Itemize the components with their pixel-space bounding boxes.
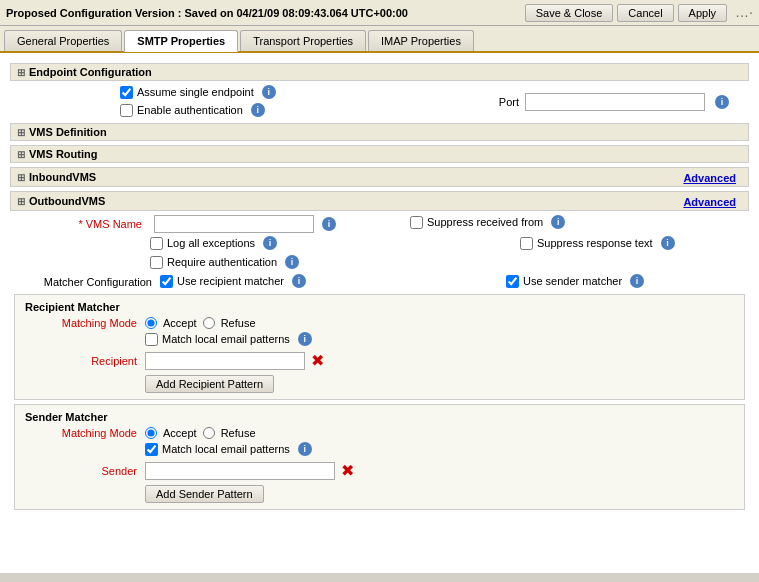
tab-imap[interactable]: IMAP Properties [368,30,474,51]
sender-value-label: Sender [35,465,145,477]
sender-match-local-checkbox[interactable] [145,443,158,456]
enable-auth-checkbox[interactable] [120,104,133,117]
require-auth-checkbox[interactable] [150,256,163,269]
assume-single-endpoint-label: Assume single endpoint [137,86,254,98]
inbound-expand-icon: ⊞ [17,172,25,183]
vms-routing-title: VMS Routing [29,148,97,160]
sender-accept-label: Accept [163,427,197,439]
sender-value-row: Sender *@another_trusted_domain.com ✖ [25,461,734,480]
matcher-config-row: Matcher Configuration Use recipient matc… [10,274,749,290]
top-bar-buttons: Save & Close Cancel Apply …· [525,4,753,22]
suppress-response-col: Suppress response text i [520,236,675,252]
use-recipient-matcher-checkbox[interactable] [160,275,173,288]
sender-refuse-label: Refuse [221,427,256,439]
main-content: ⊞ Endpoint Configuration Assume single e… [0,53,759,573]
suppress-received-checkbox[interactable] [410,216,423,229]
inbound-vms-container: ⊞ InboundVMS Advanced [10,167,749,187]
vms-routing-section: ⊞ VMS Routing [10,145,749,163]
recipient-accept-radio[interactable] [145,317,157,329]
sender-match-local-label: Match local email patterns [162,443,290,455]
recipient-refuse-label: Refuse [221,317,256,329]
recipient-radio-group: Accept Refuse [145,317,256,329]
log-require-left: Log all exceptions i Require authenticat… [150,236,520,271]
enable-auth-info-icon[interactable]: i [251,103,265,117]
save-close-button[interactable]: Save & Close [525,4,614,22]
log-exceptions-label: Log all exceptions [167,237,255,249]
endpoint-left: Assume single endpoint i Enable authenti… [20,85,276,119]
tab-bar: General Properties SMTP Properties Trans… [0,26,759,53]
config-version-label: Proposed Configuration Version : Saved o… [6,7,408,19]
expand-icon: ⊞ [17,67,25,78]
outbound-advanced-link[interactable]: Advanced [683,196,736,208]
tab-transport[interactable]: Transport Properties [240,30,366,51]
recipient-match-local-checkbox[interactable] [145,333,158,346]
sender-pattern-input[interactable]: *@another_trusted_domain.com [145,462,335,480]
require-auth-row: Require authentication i [150,255,520,269]
endpoint-row: Assume single endpoint i Enable authenti… [10,85,749,119]
suppress-response-checkbox[interactable] [520,237,533,250]
recipient-value-row: Recipient *@* ✖ [25,351,734,370]
sender-matching-mode-label: Matching Mode [35,427,145,439]
top-bar: Proposed Configuration Version : Saved o… [0,0,759,26]
recipient-match-local-label: Match local email patterns [162,333,290,345]
log-exceptions-info-icon[interactable]: i [263,236,277,250]
apply-button[interactable]: Apply [678,4,728,22]
recipient-matching-mode-row: Matching Mode Accept Refuse [25,317,734,329]
suppress-response-row: Suppress response text i [520,236,675,250]
assume-endpoint-info-icon[interactable]: i [262,85,276,99]
add-recipient-pattern-button[interactable]: Add Recipient Pattern [145,375,274,393]
endpoint-config-section: ⊞ Endpoint Configuration [10,63,749,81]
matcher-config-label: Matcher Configuration [20,276,160,288]
cancel-button[interactable]: Cancel [617,4,673,22]
recipient-pattern-input[interactable]: *@* [145,352,305,370]
port-input[interactable]: 25 [525,93,705,111]
use-recipient-info-icon[interactable]: i [292,274,306,288]
add-sender-pattern-button[interactable]: Add Sender Pattern [145,485,264,503]
use-recipient-matcher-label: Use recipient matcher [177,275,284,287]
use-sender-info-icon[interactable]: i [630,274,644,288]
inbound-vms-title: InboundVMS [29,171,96,183]
port-info-icon[interactable]: i [715,95,729,109]
enable-auth-label: Enable authentication [137,104,243,116]
vms-name-info-icon[interactable]: i [322,217,336,231]
recipient-delete-icon[interactable]: ✖ [311,351,324,370]
sender-radio-group: Accept Refuse [145,427,256,439]
matcher-checkboxes: Use recipient matcher i Use sender match… [160,274,644,290]
tab-general[interactable]: General Properties [4,30,122,51]
recipient-match-local-checkbox-row: Match local email patterns i [145,332,312,346]
sender-match-local-info-icon[interactable]: i [298,442,312,456]
vms-routing-expand-icon: ⊞ [17,149,25,160]
recipient-refuse-radio[interactable] [203,317,215,329]
recipient-match-local-row: Match local email patterns i [25,332,734,348]
log-require-row: Log all exceptions i Require authenticat… [10,236,749,271]
sender-refuse-radio[interactable] [203,427,215,439]
sender-matcher-box: Sender Matcher Matching Mode Accept Refu… [14,404,745,510]
outbound-expand-icon: ⊞ [17,196,25,207]
inbound-advanced-link[interactable]: Advanced [683,172,736,184]
vms-name-label: * VMS Name [20,218,150,230]
assume-single-endpoint-checkbox[interactable] [120,86,133,99]
recipient-match-local-info-icon[interactable]: i [298,332,312,346]
suppress-response-info-icon[interactable]: i [661,236,675,250]
suppress-response-label: Suppress response text [537,237,653,249]
vms-name-row: * VMS Name OutboundVMS i Suppress receiv… [10,215,749,233]
vms-def-expand-icon: ⊞ [17,127,25,138]
log-exceptions-checkbox[interactable] [150,237,163,250]
vms-name-input[interactable]: OutboundVMS [154,215,314,233]
sender-delete-icon[interactable]: ✖ [341,461,354,480]
inbound-vms-section: ⊞ InboundVMS Advanced [10,167,749,187]
sender-accept-radio[interactable] [145,427,157,439]
require-auth-info-icon[interactable]: i [285,255,299,269]
sender-matching-mode-row: Matching Mode Accept Refuse [25,427,734,439]
recipient-matcher-title: Recipient Matcher [25,301,734,313]
suppress-received-info-icon[interactable]: i [551,215,565,229]
use-sender-matcher-checkbox[interactable] [506,275,519,288]
vms-name-left: * VMS Name OutboundVMS i [20,215,410,233]
suppress-received-row: Suppress received from i [410,215,565,231]
saved-text: Saved on 04/21/09 08:09:43.064 UTC+00:00 [184,7,408,19]
tab-smtp[interactable]: SMTP Properties [124,30,238,52]
use-sender-matcher-label: Use sender matcher [523,275,622,287]
suppress-received-checkbox-row: Suppress received from i [410,215,565,229]
proposed-config-label: Proposed Configuration Version : [6,7,181,19]
outbound-vms-title: OutboundVMS [29,195,105,207]
